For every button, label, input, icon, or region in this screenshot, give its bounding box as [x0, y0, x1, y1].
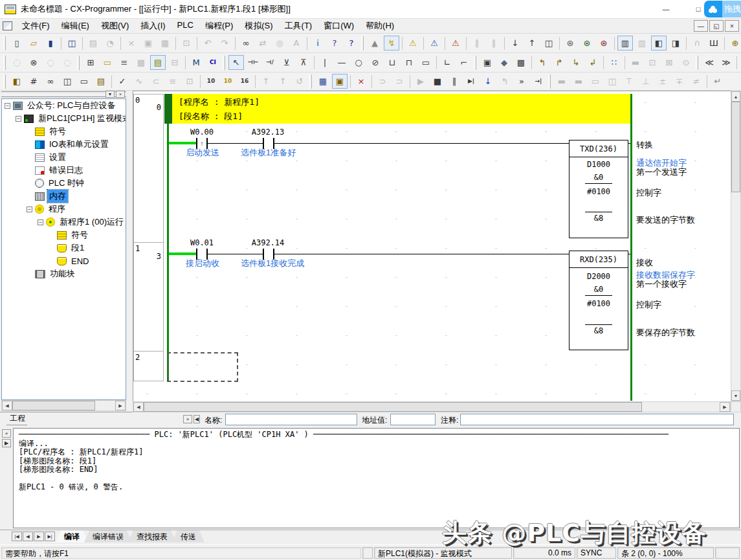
watch-window-icon[interactable]: ◧ — [651, 36, 667, 50]
layers-icon[interactable]: ◆ — [496, 55, 512, 70]
auto-online-icon[interactable]: ⚠ — [426, 36, 442, 50]
help-topics-icon[interactable]: ? — [327, 36, 342, 50]
pause-simulator-icon[interactable]: ‖ — [447, 74, 462, 89]
menu-tools[interactable]: 工具(T) — [279, 18, 318, 34]
plc-memory-backup-icon[interactable]: ▦ — [315, 74, 331, 89]
new-horizontal-icon[interactable]: — — [334, 55, 349, 70]
indent-right-icon[interactable]: ≫ — [718, 55, 734, 70]
ci-dialog-icon[interactable]: CI — [205, 55, 221, 70]
new-reset-coil-icon[interactable]: ⊓ — [401, 55, 417, 70]
network-auto-online-icon[interactable]: ⚠ — [448, 36, 463, 50]
step-into-icon[interactable]: ↓ — [480, 74, 496, 89]
expand-collapse-icon[interactable]: − — [27, 207, 32, 212]
vertical-connect-icon[interactable]: ∟ — [439, 55, 455, 70]
run-to-cursor-icon[interactable]: →| — [531, 74, 546, 89]
zoom-shrink-icon[interactable]: ⊗ — [26, 55, 41, 70]
watch-view-icon[interactable]: ∞ — [43, 74, 58, 89]
new-project-icon[interactable]: ▯ — [9, 36, 25, 50]
step-run-icon[interactable]: ▶| — [463, 74, 479, 89]
transfer-from-plc-icon[interactable]: ↑ — [524, 36, 540, 50]
tree-item-program-symbols[interactable]: 符号 — [2, 229, 126, 241]
new-contact-icon[interactable]: ⊣⊢ — [245, 55, 261, 70]
about-icon[interactable]: i — [310, 36, 326, 50]
find-in-project-icon[interactable]: ◫ — [64, 36, 80, 50]
continuous-step-icon[interactable]: » — [514, 74, 529, 89]
tab-scroll-icon-0[interactable]: |◀ — [12, 532, 22, 541]
tree-item-function-blocks[interactable]: 功能块 — [2, 267, 126, 280]
address-reference-tool-icon[interactable]: ∷ — [606, 55, 622, 70]
monitor-decimal-icon[interactable]: 10 — [203, 74, 219, 89]
open-project-icon[interactable]: ▱ — [26, 36, 41, 50]
tree-item-plc-clock[interactable]: PLC 时钟 — [2, 177, 126, 190]
new-or-contact-icon[interactable]: ⊻ — [279, 55, 294, 70]
context-help-icon[interactable]: ? — [344, 36, 359, 50]
scrollbar-thumb[interactable] — [144, 402, 642, 412]
scroll-right-icon[interactable]: ▶ — [115, 401, 126, 410]
output-close-icon[interactable]: × — [2, 429, 11, 438]
menu-edit[interactable]: 编辑(E) — [56, 18, 95, 34]
compare-with-plc-icon[interactable]: ◫ — [541, 36, 557, 50]
tree-horizontal-scrollbar[interactable]: ◀ ▶ — [1, 400, 126, 411]
monitoring-icon[interactable]: ▥ — [617, 36, 633, 50]
new-closed-coil-icon[interactable]: ⊘ — [368, 55, 383, 70]
rung-filter-icon[interactable]: ▲ — [367, 36, 382, 50]
instruction-block-txd[interactable]: TXD(236) D1000 &0 #0100 &8 — [569, 140, 628, 238]
tree-item-symbols[interactable]: 符号 — [2, 125, 126, 138]
expand-collapse-icon[interactable]: − — [5, 103, 10, 109]
save-project-icon[interactable]: ▮ — [43, 36, 58, 50]
expand-collapse-icon[interactable]: − — [38, 219, 43, 225]
rung-annotations-icon[interactable]: ≡ — [116, 55, 132, 70]
rung-cell[interactable] — [133, 94, 164, 243]
tab-编译错误[interactable]: 编译错误 — [84, 530, 132, 543]
tree-item-settings[interactable]: 设置 — [2, 151, 126, 164]
force-decimal-icon[interactable]: 10 — [220, 74, 236, 89]
time-chart-monitoring-icon[interactable]: Ш — [706, 36, 722, 50]
menu-window[interactable]: 窗口(W) — [318, 18, 360, 34]
find-icon[interactable]: ∞ — [238, 36, 254, 50]
new-closed-contact-icon[interactable]: ⊣/ — [262, 55, 278, 70]
new-vertical-icon[interactable]: | — [317, 55, 333, 70]
indent-left-icon[interactable]: ≪ — [702, 55, 717, 70]
set-password-icon[interactable]: ⊕ — [727, 36, 741, 50]
scrollbar-thumb[interactable] — [12, 401, 95, 410]
menu-insert[interactable]: 插入(I) — [135, 18, 171, 34]
mnemonics-view-icon[interactable]: M — [188, 55, 204, 70]
flash-write-icon[interactable]: ▣ — [332, 74, 348, 89]
watch-window-sheet-icon[interactable]: ◨ — [668, 36, 683, 50]
comment-input[interactable] — [460, 414, 734, 425]
program-section-view-icon[interactable]: ▣ — [480, 55, 495, 70]
tab-scroll-icon-3[interactable]: ▶| — [45, 532, 55, 541]
mdi-close-icon[interactable]: × — [725, 20, 739, 32]
return-jump-icon[interactable]: ↵ — [710, 74, 725, 89]
new-set-coil-icon[interactable]: ⊔ — [384, 55, 400, 70]
transfer-to-plc-icon[interactable]: ↓ — [507, 36, 523, 50]
stencil-box-icon[interactable]: ▩ — [513, 55, 529, 70]
select-mode-icon[interactable]: ↖ — [228, 55, 244, 70]
monitor-hex-icon[interactable]: 16 — [237, 74, 252, 89]
symbol-bar-close-icon[interactable]: × — [183, 415, 192, 423]
send-online-edit-icon[interactable]: ⊛ — [579, 36, 595, 50]
menu-help[interactable]: 帮助(H) — [360, 18, 400, 34]
ladder-cursor-cell[interactable] — [167, 352, 238, 382]
workspace-toggle-icon[interactable]: ◧ — [9, 74, 25, 89]
tree-item-section-1[interactable]: 段1 — [2, 241, 126, 254]
ladder-editor[interactable]: 0 0 1 3 2 [程序名 : 新程序1] [段名称 : 段1] ↑ W0.0… — [133, 91, 731, 401]
tree-item-section-end[interactable]: END — [2, 254, 126, 267]
scroll-left-icon[interactable]: ◀ — [133, 402, 144, 412]
symbol-bar-icon[interactable]: ▤ — [150, 55, 166, 70]
show-comments-icon[interactable]: ▭ — [100, 55, 115, 70]
menu-file[interactable]: 文件(F) — [16, 18, 56, 34]
tab-编译[interactable]: 编译 — [56, 530, 88, 543]
rung-comment-block[interactable]: [程序名 : 新程序1] [段名称 : 段1] — [172, 94, 630, 124]
expand-collapse-icon[interactable]: − — [16, 116, 21, 122]
minimize-icon[interactable]: — — [656, 2, 676, 16]
instruction-block-rxd[interactable]: RXD(235) D2000 &0 #0100 &8 — [569, 251, 628, 350]
menu-view[interactable]: 视图(V) — [95, 18, 135, 34]
tab-传送[interactable]: 传送 — [172, 530, 205, 543]
toggle-grid-icon[interactable]: ⊞ — [83, 55, 98, 70]
mdi-minimize-icon[interactable]: — — [694, 20, 708, 32]
scroll-down-icon[interactable]: ▼ — [731, 390, 740, 401]
mdi-restore-icon[interactable]: ◱ — [709, 20, 724, 32]
work-online-icon[interactable]: ↯ — [384, 36, 399, 50]
online-edit-icon[interactable]: ⊛ — [562, 36, 578, 50]
